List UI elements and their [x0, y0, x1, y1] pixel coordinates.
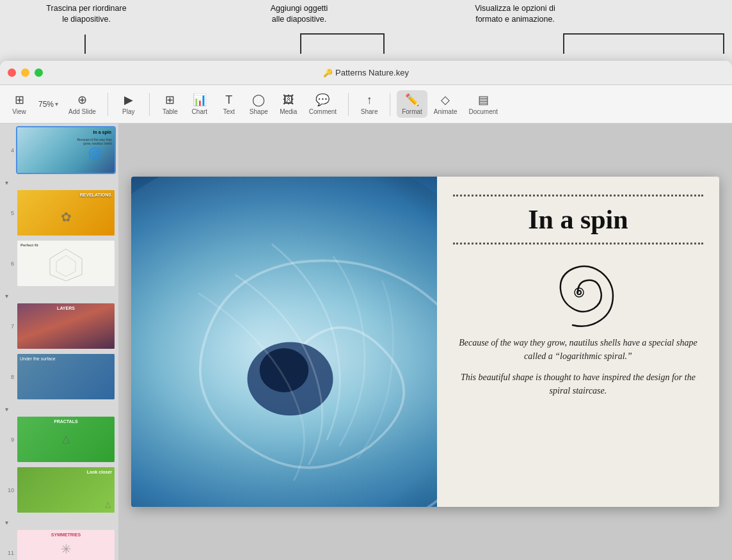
- format-button[interactable]: ✏️ Format: [397, 90, 427, 118]
- thumb-9-title: FRACTALS: [54, 419, 77, 424]
- annotation-area: Trascina per riordinare le diapositive. …: [0, 0, 732, 61]
- view-icon: ⊞: [15, 93, 24, 107]
- share-button[interactable]: ↑ Share: [355, 91, 383, 118]
- section-divider-9: ▾: [3, 403, 116, 415]
- thumb-7-title: LAYERS: [57, 306, 75, 310]
- thumb-11-icon: ✳: [61, 541, 72, 557]
- text-icon: T: [225, 93, 232, 107]
- table-button[interactable]: ⊞ Table: [156, 90, 184, 118]
- toolbar-group-play: ▶ Play: [115, 90, 143, 118]
- slide-thumb-6[interactable]: Perfect fit: [16, 239, 116, 287]
- nautilus-svg: [131, 177, 437, 508]
- section-divider-5: ▾: [3, 177, 116, 189]
- keynote-icon: 🔑: [323, 68, 333, 77]
- main-content: 4 In a spin Because of the way they grow…: [0, 124, 732, 560]
- shape-icon: ◯: [252, 93, 265, 107]
- svg-marker-1: [56, 255, 76, 276]
- section-arrow-11[interactable]: ▾: [5, 518, 10, 527]
- close-button[interactable]: [8, 68, 16, 77]
- play-button[interactable]: ▶ Play: [115, 90, 143, 118]
- maximize-button[interactable]: [35, 68, 43, 77]
- connector-2h: [300, 33, 383, 35]
- svg-point-7: [575, 288, 584, 297]
- toolbar-divider-4: [390, 93, 390, 116]
- slide-title: In a spin: [453, 204, 703, 235]
- tooltip-1: Trascina per riordinare le diapositive.: [35, 3, 138, 25]
- chart-button[interactable]: 📊 Chart: [186, 90, 214, 118]
- slide-thumb-wrapper-8: 8 Under the surface: [3, 353, 116, 401]
- thumb-8-title: Under the surface: [20, 356, 56, 361]
- thumb-11-title: SYMMETRIES: [51, 532, 81, 537]
- toolbar: ⊞ View 75% ▾ ⊕ Add Slide ▶ Play ⊞ Tabl: [0, 85, 732, 124]
- thumb-6-geo: [17, 241, 115, 286]
- slides-panel[interactable]: 4 In a spin Because of the way they grow…: [0, 124, 118, 560]
- media-icon: 🖼: [283, 93, 294, 107]
- slide-thumb-8[interactable]: Under the surface: [16, 353, 116, 401]
- slide-thumb-wrapper-9: 9 FRACTALS △: [3, 415, 116, 463]
- zoom-chevron-icon: ▾: [55, 100, 58, 108]
- play-icon: ▶: [124, 93, 133, 107]
- comment-icon: 💬: [315, 93, 330, 107]
- toolbar-group-share: ↑ Share: [355, 91, 383, 118]
- slide-thumb-4[interactable]: In a spin Because of the way they grow, …: [16, 126, 116, 174]
- tooltip-3: Visualizza le opzioni di formato e anima…: [448, 3, 582, 25]
- slide-area: In a spin Because of the way they grow, …: [118, 124, 732, 560]
- slide-num-6: 6: [3, 260, 14, 267]
- section-arrow-9[interactable]: ▾: [5, 404, 10, 414]
- window-title: 🔑 Patterns Nature.key: [323, 68, 409, 77]
- comment-button[interactable]: 💬 Comment: [304, 90, 342, 118]
- section-arrow-5[interactable]: ▾: [5, 178, 10, 188]
- slide-num-10: 10: [3, 487, 14, 493]
- thumb-5-icon: ✿: [61, 209, 72, 225]
- toolbar-group-panels: ✏️ Format ◇ Animate ▤ Document: [397, 90, 503, 118]
- connector-2b: [383, 33, 385, 54]
- text-button[interactable]: T Text: [215, 91, 243, 118]
- minimize-button[interactable]: [21, 68, 29, 77]
- connector-1: [84, 35, 86, 54]
- document-button[interactable]: ▤ Document: [463, 90, 503, 118]
- slide-thumb-wrapper-11: 11 SYMMETRIES ✳: [3, 529, 116, 560]
- slide-thumb-wrapper-7: 7 LAYERS: [3, 302, 116, 350]
- thumb-4-body: Because of the way they grow, nautilus s…: [70, 138, 112, 145]
- connector-3a: [563, 33, 564, 54]
- section-divider-7: ▾: [3, 290, 116, 302]
- slide-thumb-11[interactable]: SYMMETRIES ✳: [16, 529, 116, 560]
- svg-point-5: [260, 348, 309, 392]
- thumb-10-title: Look closer: [87, 470, 112, 474]
- slide-body-1: Because of the way they grow, nautilus s…: [453, 336, 703, 363]
- slide-photo: [131, 177, 437, 508]
- slide-thumb-5[interactable]: REVELATIONS ✿: [16, 189, 116, 237]
- thumb-9-icon: △: [62, 433, 70, 445]
- shape-button[interactable]: ◯ Shape: [244, 90, 273, 118]
- tooltip-2: Aggiungi oggetti alle diapositive.: [243, 3, 355, 25]
- spiral-container: [453, 256, 703, 330]
- slide-num-4: 4: [3, 147, 14, 154]
- svg-point-3: [131, 177, 437, 508]
- slide-num-7: 7: [3, 323, 14, 330]
- toolbar-group-view: ⊞ View 75% ▾ ⊕ Add Slide: [5, 90, 101, 118]
- section-arrow-7[interactable]: ▾: [5, 291, 10, 301]
- tooltip-1-line2: le diapositive.: [62, 15, 111, 24]
- slide-num-9: 9: [3, 436, 14, 443]
- zoom-button[interactable]: 75% ▾: [35, 97, 62, 111]
- thumb-5-title: REVELATIONS: [80, 193, 111, 197]
- thumb-4-spiral: 🌀: [88, 147, 102, 161]
- tooltip-1-line1: Trascina per riordinare: [46, 4, 126, 13]
- slide-thumb-10[interactable]: Look closer △: [16, 466, 116, 514]
- title-bar: 🔑 Patterns Nature.key: [0, 61, 732, 85]
- view-button[interactable]: ⊞ View: [5, 90, 33, 118]
- table-icon: ⊞: [165, 93, 175, 107]
- toolbar-group-insert: ⊞ Table 📊 Chart T Text ◯ Shape 🖼 Media 💬: [156, 90, 342, 118]
- slide-thumb-9[interactable]: FRACTALS △: [16, 415, 116, 463]
- slide-text-content: In a spin Because of the way they grow, …: [437, 177, 719, 508]
- slide-thumb-7[interactable]: LAYERS: [16, 302, 116, 350]
- slide-num-8: 8: [3, 374, 14, 380]
- connector-2: [300, 33, 301, 54]
- slide-thumb-wrapper-5: 5 REVELATIONS ✿: [3, 189, 116, 237]
- slide-thumb-wrapper-10: 10 Look closer △: [3, 466, 116, 514]
- tooltip-3-line1: Visualizza le opzioni di: [475, 4, 555, 13]
- media-button[interactable]: 🖼 Media: [274, 91, 303, 118]
- slide-canvas: In a spin Because of the way they grow, …: [131, 177, 719, 508]
- add-slide-button[interactable]: ⊕ Add Slide: [63, 90, 101, 118]
- animate-button[interactable]: ◇ Animate: [429, 90, 463, 118]
